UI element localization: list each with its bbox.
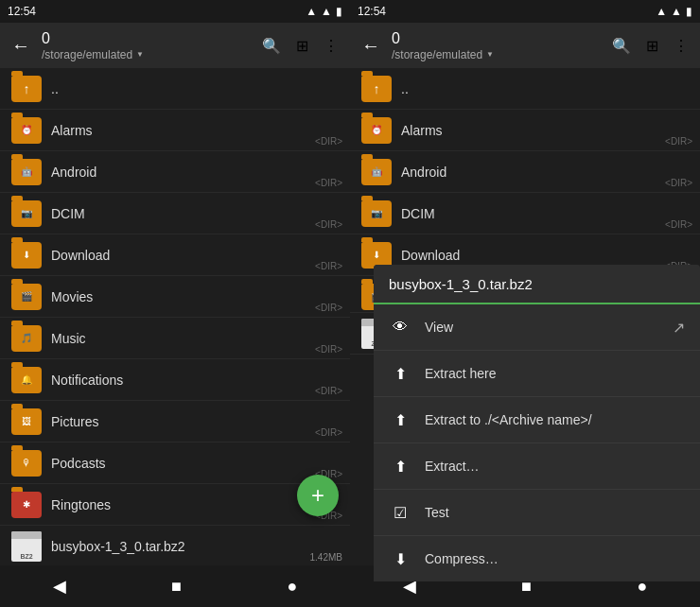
- context-menu-extract-here[interactable]: ⬆ Extract here: [374, 351, 700, 397]
- folder-icon: 🖼: [11, 408, 42, 435]
- archive-icon: BZ2: [11, 531, 42, 562]
- folder-icon: ✱: [11, 492, 42, 518]
- folder-icon: 🤖: [11, 159, 42, 185]
- right-back-button[interactable]: ←: [358, 31, 384, 61]
- left-status-bar: 12:54 ▲ ▲ ▮: [0, 0, 350, 23]
- right-title: 0: [392, 29, 601, 47]
- right-grid-button[interactable]: ⊞: [642, 33, 662, 59]
- file-name: Android: [401, 165, 689, 180]
- list-item[interactable]: 🖼 Pictures <DIR>: [0, 401, 350, 442]
- file-name: Movies: [51, 289, 339, 304]
- file-name: busybox-1_3_0.tar.bz2: [51, 539, 339, 554]
- external-arrow-icon: ↗: [673, 319, 685, 337]
- extract-label: Extract…: [425, 459, 685, 474]
- list-item[interactable]: BZ2 busybox-1_3_0.tar.bz2 1.42MB: [0, 526, 350, 565]
- parent-folder-icon: ↑: [11, 76, 42, 102]
- parent-label: ..: [51, 81, 59, 96]
- compress-label: Compress…: [425, 551, 685, 566]
- folder-badge-notifications: 🔔: [20, 373, 33, 387]
- list-item[interactable]: ⏰ Alarms <DIR>: [350, 110, 700, 151]
- right-subtitle: /storage/emulated ▼: [392, 48, 601, 61]
- folder-badge-pictures: 🖼: [20, 415, 33, 428]
- folder-icon: 🎬: [11, 284, 42, 310]
- folder-icon: 📷: [361, 200, 392, 227]
- folder-icon: ⏰: [361, 117, 392, 144]
- battery-icon: ▮: [336, 5, 342, 18]
- right-toolbar: ← 0 /storage/emulated ▼ 🔍 ⊞ ⋮: [350, 23, 700, 68]
- folder-badge-download: ⬇: [20, 249, 33, 262]
- folder-icon: 🎵: [11, 325, 42, 352]
- battery-icon: ▮: [686, 5, 692, 18]
- list-item[interactable]: 📷 DCIM <DIR>: [0, 193, 350, 234]
- fab-add-button[interactable]: +: [297, 475, 339, 516]
- context-menu-title: busybox-1_3_0.tar.bz2: [389, 276, 533, 292]
- compress-icon: ⬇: [389, 547, 411, 570]
- nav-back-button[interactable]: ◀: [53, 576, 66, 597]
- right-more-button[interactable]: ⋮: [670, 33, 692, 59]
- list-item[interactable]: 🎬 Movies <DIR>: [0, 276, 350, 318]
- context-menu-compress[interactable]: ⬇ Compress…: [374, 536, 700, 581]
- folder-badge-dcim: 📷: [20, 207, 33, 220]
- parent-label: ..: [401, 81, 409, 96]
- context-menu-extract[interactable]: ⬆ Extract…: [374, 443, 700, 490]
- view-label: View: [425, 320, 673, 335]
- left-back-button[interactable]: ←: [8, 31, 34, 61]
- context-menu-view[interactable]: 👁 View ↗: [374, 304, 700, 351]
- left-more-button[interactable]: ⋮: [320, 33, 342, 59]
- list-item[interactable]: 🤖 Android <DIR>: [350, 151, 700, 193]
- left-status-icons: ▲ ▲ ▮: [306, 5, 342, 18]
- file-name: Ringtones: [51, 497, 339, 512]
- folder-icon: 🤖: [361, 159, 392, 185]
- folder-badge-android: 🤖: [20, 165, 33, 179]
- right-panel-wrapper: 12:54 ▲ ▲ ▮ ← 0 /storage/emulated ▼ 🔍 ⊞ …: [350, 0, 700, 607]
- right-search-button[interactable]: 🔍: [608, 33, 635, 59]
- folder-badge-music: 🎵: [20, 332, 33, 345]
- file-name: Podcasts: [51, 456, 339, 471]
- extract-to-icon: ⬆: [389, 408, 411, 431]
- folder-icon: ⏰: [11, 117, 42, 144]
- file-name: Alarms: [51, 123, 339, 138]
- list-item[interactable]: ⏰ Alarms <DIR>: [0, 110, 350, 151]
- left-search-button[interactable]: 🔍: [258, 33, 285, 59]
- list-item[interactable]: 🤖 Android <DIR>: [0, 151, 350, 193]
- folder-badge-movies: 🎬: [20, 290, 33, 304]
- extract-here-icon: ⬆: [389, 362, 411, 385]
- nav-home-button[interactable]: ■: [171, 577, 182, 597]
- left-grid-button[interactable]: ⊞: [292, 33, 312, 59]
- left-path: 0 /storage/emulated ▼: [42, 29, 251, 61]
- file-name: Notifications: [51, 373, 339, 388]
- signal-icon: ▲: [671, 5, 682, 18]
- folder-icon: 🔔: [11, 367, 42, 393]
- right-parent-item[interactable]: ↑ ..: [350, 68, 700, 110]
- list-item[interactable]: 🔔 Notifications <DIR>: [0, 359, 350, 401]
- list-item[interactable]: 📷 DCIM <DIR>: [350, 193, 700, 234]
- extract-icon: ⬆: [389, 455, 411, 477]
- file-name: Download: [51, 248, 339, 263]
- right-status-bar: 12:54 ▲ ▲ ▮: [350, 0, 700, 23]
- extract-here-label: Extract here: [425, 366, 685, 381]
- extract-to-label: Extract to ./<Archive name>/: [425, 412, 685, 427]
- file-name: Pictures: [51, 414, 339, 429]
- nav-recents-button[interactable]: ●: [287, 577, 297, 597]
- signal-icon: ▲: [321, 5, 332, 18]
- context-menu-test[interactable]: ☑ Test: [374, 490, 700, 536]
- file-name: Android: [51, 165, 339, 180]
- file-name: DCIM: [401, 206, 689, 221]
- test-icon: ☑: [389, 501, 411, 524]
- context-menu-extract-to[interactable]: ⬆ Extract to ./<Archive name>/: [374, 397, 700, 443]
- left-title: 0: [42, 29, 251, 47]
- left-parent-item[interactable]: ↑ ..: [0, 68, 350, 110]
- left-subtitle: /storage/emulated ▼: [42, 48, 251, 61]
- folder-badge-alarm: ⏰: [20, 124, 33, 137]
- right-path: 0 /storage/emulated ▼: [392, 29, 601, 61]
- parent-folder-icon: ↑: [361, 76, 392, 102]
- list-item[interactable]: ⬇ Download <DIR>: [0, 234, 350, 276]
- sort-arrow-icon: ▼: [486, 50, 494, 59]
- left-panel: 12:54 ▲ ▲ ▮ ← 0 /storage/emulated ▼ 🔍 ⊞ …: [0, 0, 350, 607]
- folder-icon: 📷: [11, 200, 42, 227]
- list-item[interactable]: 🎵 Music <DIR>: [0, 318, 350, 359]
- folder-icon: 🎙: [11, 450, 42, 477]
- file-name: Music: [51, 331, 339, 346]
- list-item[interactable]: 🎙 Podcasts <DIR>: [0, 442, 350, 484]
- left-bottom-nav: ◀ ■ ●: [0, 565, 350, 607]
